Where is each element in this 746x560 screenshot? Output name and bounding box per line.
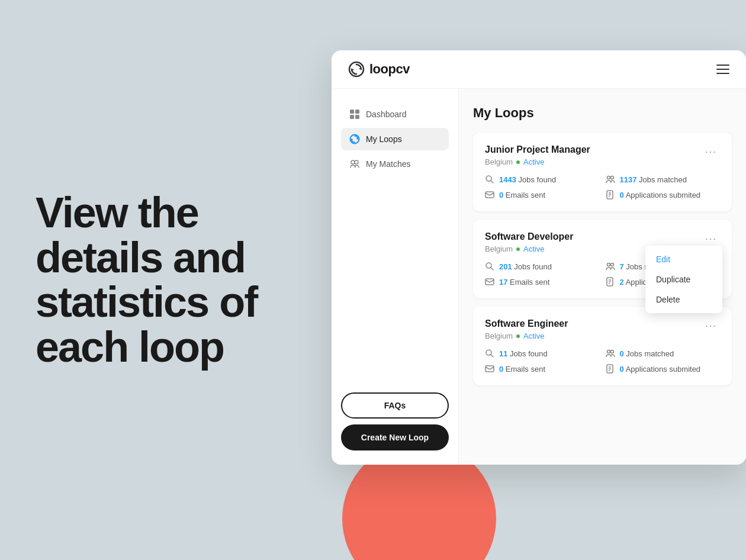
- stat-applications-1: 0 Applications submited: [606, 190, 721, 199]
- svg-point-10: [351, 160, 355, 164]
- card-more-button-3[interactable]: ⋯: [701, 318, 720, 333]
- card-title-1: Junior Project Manager: [485, 144, 590, 155]
- card-stats-3: 11 Jobs found 0 Jobs matched: [485, 349, 720, 374]
- card-subtitle-2: Belgium Active: [485, 244, 573, 253]
- document-icon-3: [606, 364, 615, 374]
- stat-emails-sent-2: 17 Emails sent: [485, 277, 600, 287]
- app-body: Dashboard My Loops: [332, 89, 746, 465]
- stat-jobs-found-2: 201 Jobs found: [485, 262, 600, 271]
- people-icon-2: [606, 262, 615, 271]
- status-dot-3: [516, 334, 520, 338]
- people-icon-3: [606, 349, 615, 358]
- stat-emails-sent-3: 0 Emails sent: [485, 364, 600, 374]
- card-header-3: Software Engineer Belgium Active ⋯: [485, 318, 720, 340]
- svg-point-14: [607, 176, 610, 179]
- faqs-button[interactable]: FAQs: [341, 392, 449, 419]
- card-info-3: Software Engineer Belgium Active: [485, 318, 568, 340]
- svg-point-23: [607, 263, 610, 266]
- card-info-1: Junior Project Manager Belgium Active: [485, 144, 590, 166]
- card-more-button-1[interactable]: ⋯: [701, 144, 720, 159]
- card-subtitle-1: Belgium Active: [485, 157, 590, 166]
- app-header: loopcv: [332, 50, 746, 89]
- card-title-3: Software Engineer: [485, 318, 568, 329]
- stat-emails-sent-1: 0 Emails sent: [485, 190, 600, 199]
- svg-rect-16: [485, 192, 494, 198]
- search-icon-3: [485, 349, 494, 358]
- people-icon-1: [606, 175, 615, 184]
- my-matches-icon: [349, 159, 360, 169]
- svg-point-33: [610, 350, 613, 353]
- email-icon-2: [485, 277, 494, 287]
- card-more-button-2[interactable]: ⋯: [701, 231, 720, 246]
- loop-card-1: Junior Project Manager Belgium Active ⋯: [473, 133, 732, 211]
- document-icon-1: [606, 190, 615, 199]
- logo-text: loopcv: [369, 62, 410, 77]
- loop-card-2: Software Developer Belgium Active ⋯: [473, 220, 732, 298]
- sidebar-item-my-loops[interactable]: My Loops: [341, 128, 449, 150]
- card-title-2: Software Developer: [485, 231, 573, 242]
- svg-line-31: [491, 355, 493, 357]
- context-menu: Edit Duplicate Delete: [645, 246, 722, 313]
- card-info-2: Software Developer Belgium Active: [485, 231, 573, 253]
- stat-jobs-matched-3: 0 Jobs matched: [606, 349, 721, 358]
- svg-rect-34: [485, 366, 494, 372]
- stat-jobs-found-3: 11 Jobs found: [485, 349, 600, 358]
- svg-rect-5: [350, 115, 354, 119]
- svg-line-13: [491, 181, 493, 183]
- my-matches-label: My Matches: [366, 159, 410, 169]
- sidebar-item-my-matches[interactable]: My Matches: [341, 153, 449, 175]
- status-dot-2: [516, 247, 520, 251]
- svg-rect-4: [355, 110, 359, 114]
- context-menu-edit[interactable]: Edit: [645, 249, 722, 269]
- email-icon-3: [485, 364, 494, 374]
- loop-card-3: Software Engineer Belgium Active ⋯: [473, 307, 732, 385]
- page-title: My Loops: [473, 105, 732, 121]
- stat-jobs-matched-1: 1137 Jobs matched: [606, 175, 721, 184]
- hero-heading: View the details and statistics of each …: [36, 191, 257, 369]
- dashboard-label: Dashboard: [366, 110, 407, 119]
- document-icon-2: [606, 277, 615, 287]
- logo-icon: [348, 61, 365, 78]
- sidebar-footer: FAQs Create New Loop: [341, 381, 449, 450]
- svg-line-22: [491, 268, 493, 270]
- hero-section: View the details and statistics of each …: [36, 191, 257, 369]
- card-stats-1: 1443 Jobs found 1137 Jobs matched: [485, 175, 720, 199]
- app-window: loopcv Dashboard: [332, 50, 746, 465]
- search-icon-2: [485, 262, 494, 271]
- context-menu-duplicate[interactable]: Duplicate: [645, 269, 722, 289]
- svg-rect-25: [485, 279, 494, 285]
- svg-point-15: [610, 176, 613, 179]
- card-subtitle-3: Belgium Active: [485, 332, 568, 340]
- stat-jobs-found-1: 1443 Jobs found: [485, 175, 600, 184]
- my-loops-icon: [349, 134, 360, 144]
- dashboard-icon: [349, 109, 360, 120]
- email-icon-1: [485, 190, 494, 199]
- svg-rect-6: [355, 115, 359, 119]
- svg-point-11: [355, 160, 358, 164]
- hamburger-menu[interactable]: [716, 65, 729, 74]
- sidebar-nav: Dashboard My Loops: [341, 103, 449, 381]
- stat-applications-3: 0 Applications submited: [606, 364, 721, 374]
- status-dot-1: [516, 160, 520, 164]
- svg-point-24: [610, 263, 613, 266]
- create-new-loop-button[interactable]: Create New Loop: [341, 424, 449, 450]
- search-icon-1: [485, 175, 494, 184]
- svg-rect-3: [350, 110, 354, 114]
- my-loops-label: My Loops: [366, 134, 402, 144]
- main-content: My Loops Junior Project Manager Belgium …: [459, 89, 746, 465]
- logo-area: loopcv: [348, 61, 410, 78]
- sidebar: Dashboard My Loops: [332, 89, 459, 465]
- svg-point-32: [607, 350, 610, 353]
- sidebar-item-dashboard[interactable]: Dashboard: [341, 103, 449, 125]
- card-header-1: Junior Project Manager Belgium Active ⋯: [485, 144, 720, 166]
- context-menu-delete[interactable]: Delete: [645, 289, 722, 310]
